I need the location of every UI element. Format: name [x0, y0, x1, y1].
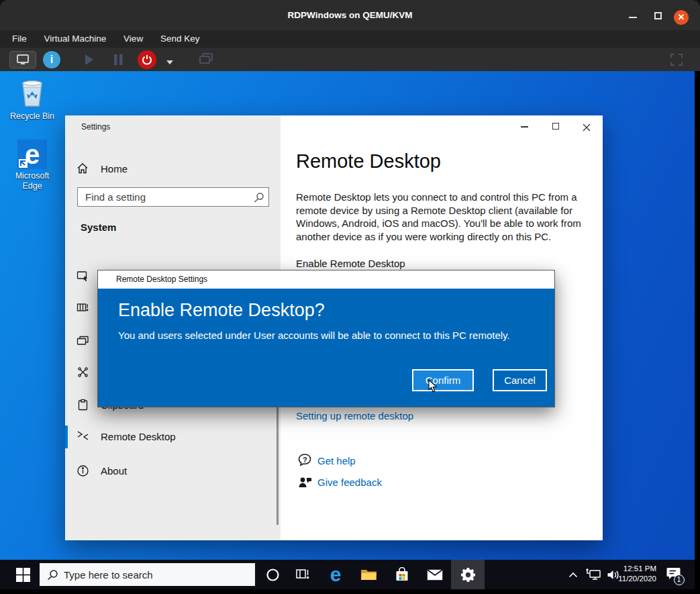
- enable-remote-desktop-label: Enable Remote Desktop: [296, 258, 405, 269]
- vm-toolbar: i: [0, 48, 700, 71]
- recycle-bin-icon: [17, 78, 47, 109]
- start-button[interactable]: [8, 560, 38, 589]
- dialog-titlebar[interactable]: Remote Desktop Settings: [98, 270, 554, 289]
- search-icon: [47, 569, 58, 583]
- start-icon: [16, 568, 30, 582]
- clock-date: 11/20/2020: [609, 574, 656, 584]
- desktop-icon-label: Recycle Bin: [6, 111, 58, 121]
- vm-titlebar[interactable]: RDPWindows on QEMU/KVM: [0, 0, 700, 30]
- sidebar-item-home[interactable]: Home: [65, 158, 281, 180]
- give-feedback-link[interactable]: Give feedback: [317, 477, 382, 488]
- action-center-icon: 1: [666, 567, 681, 583]
- pause-icon: [111, 53, 125, 69]
- remote-desktop-icon: [77, 431, 89, 443]
- clipboard-icon: [77, 399, 89, 414]
- close-icon[interactable]: [583, 122, 591, 134]
- sidebar-item-about[interactable]: About: [65, 460, 281, 482]
- dropdown-caret-icon[interactable]: [165, 56, 174, 68]
- edge-icon: e: [330, 563, 342, 586]
- mouse-cursor: [428, 379, 438, 395]
- desktop-icon-label: Microsoft Edge: [6, 171, 58, 191]
- page-description: Remote Desktop lets you connect to and c…: [296, 191, 590, 243]
- displays-icon: [199, 52, 213, 68]
- get-help-link[interactable]: Get help: [317, 455, 356, 466]
- settings-taskbar-button[interactable]: [451, 560, 485, 589]
- menu-view[interactable]: View: [123, 30, 143, 48]
- settings-gear-icon: [460, 567, 476, 583]
- console-monitor-icon[interactable]: [9, 51, 36, 68]
- fullscreen-icon: [670, 53, 683, 69]
- maximize-icon[interactable]: [654, 12, 662, 19]
- maximize-icon[interactable]: [552, 123, 559, 130]
- minimize-icon[interactable]: [629, 17, 637, 18]
- dialog-title: Remote Desktop Settings: [116, 275, 207, 284]
- get-help-icon: ?: [298, 454, 313, 467]
- file-explorer-icon: [360, 568, 377, 581]
- about-icon: [77, 464, 89, 480]
- network-tray-button[interactable]: [583, 560, 605, 589]
- chevron-up-icon: [568, 572, 578, 578]
- tablet-icon: [77, 270, 89, 285]
- menu-send-key[interactable]: Send Key: [160, 30, 200, 48]
- settings-window-title: Settings: [81, 122, 110, 132]
- vm-menubar: File Virtual Machine View Send Key: [0, 30, 700, 48]
- vm-window-title: RDPWindows on QEMU/KVM: [0, 0, 700, 30]
- dialog-heading: Enable Remote Desktop?: [118, 300, 325, 321]
- tray-clock[interactable]: 12:51 PM 11/20/2020: [609, 564, 656, 584]
- windows-desktop[interactable]: Recycle Bin e Microsoft Edge Settings: [0, 71, 695, 589]
- menu-file[interactable]: File: [12, 30, 27, 48]
- sidebar-item-label: About: [101, 465, 127, 477]
- vm-screen: RDPWindows on QEMU/KVM ✕ File Virtual Ma…: [0, 0, 700, 594]
- play-icon: [82, 53, 95, 69]
- remote-desktop-dialog: Remote Desktop Settings Enable Remote De…: [97, 270, 555, 407]
- find-setting-input[interactable]: [77, 187, 269, 207]
- notification-badge: 1: [674, 575, 685, 585]
- task-view-icon: [296, 568, 310, 581]
- multitasking-icon: [77, 301, 89, 317]
- minimize-icon[interactable]: [521, 126, 528, 128]
- edge-button[interactable]: e: [321, 560, 350, 589]
- home-icon: [77, 162, 89, 177]
- sidebar-item-label: Remote Desktop: [101, 431, 176, 442]
- search-icon: [254, 192, 264, 205]
- setting-up-remote-desktop-link[interactable]: Setting up remote desktop: [296, 410, 413, 422]
- cancel-button[interactable]: Cancel: [493, 369, 547, 391]
- cortana-icon: [266, 568, 280, 582]
- sidebar-item-remote-desktop[interactable]: Remote Desktop: [65, 426, 281, 448]
- cortana-button[interactable]: [259, 560, 286, 589]
- page-title: Remote Desktop: [296, 150, 441, 172]
- selected-accent-bar: [65, 426, 68, 448]
- mail-button[interactable]: [420, 560, 450, 589]
- network-icon: [586, 568, 602, 581]
- desktop-icon-microsoft-edge[interactable]: e Microsoft Edge: [6, 140, 58, 191]
- give-feedback-icon: [298, 475, 313, 489]
- tray-expand-button[interactable]: [564, 560, 583, 589]
- shortcut-arrow-icon: [19, 159, 28, 168]
- file-explorer-button[interactable]: [354, 560, 383, 589]
- power-icon[interactable]: [138, 50, 156, 69]
- close-icon[interactable]: ✕: [674, 10, 689, 25]
- store-icon: [395, 567, 409, 582]
- sidebar-item-label: Home: [101, 163, 128, 175]
- confirm-button[interactable]: Confirm: [412, 369, 474, 391]
- taskbar-search-input[interactable]: [40, 563, 255, 586]
- task-view-button[interactable]: [289, 560, 317, 589]
- store-button[interactable]: [387, 560, 417, 589]
- clock-time: 12:51 PM: [609, 564, 656, 574]
- taskbar: e 12:51 PM: [0, 560, 695, 589]
- desktop-icon-recycle-bin[interactable]: Recycle Bin: [6, 78, 58, 121]
- projecting-icon: [77, 334, 89, 350]
- dialog-body-text: You and users selected under User accoun…: [118, 330, 510, 341]
- sidebar-section-system: System: [81, 221, 116, 233]
- action-center-button[interactable]: 1: [661, 560, 685, 589]
- svg-text:?: ?: [303, 456, 307, 464]
- menu-virtual-machine[interactable]: Virtual Machine: [44, 30, 107, 48]
- mail-icon: [427, 569, 443, 581]
- shared-experiences-icon: [77, 366, 89, 381]
- info-icon[interactable]: i: [43, 51, 60, 68]
- edge-tile-icon: e: [17, 140, 47, 169]
